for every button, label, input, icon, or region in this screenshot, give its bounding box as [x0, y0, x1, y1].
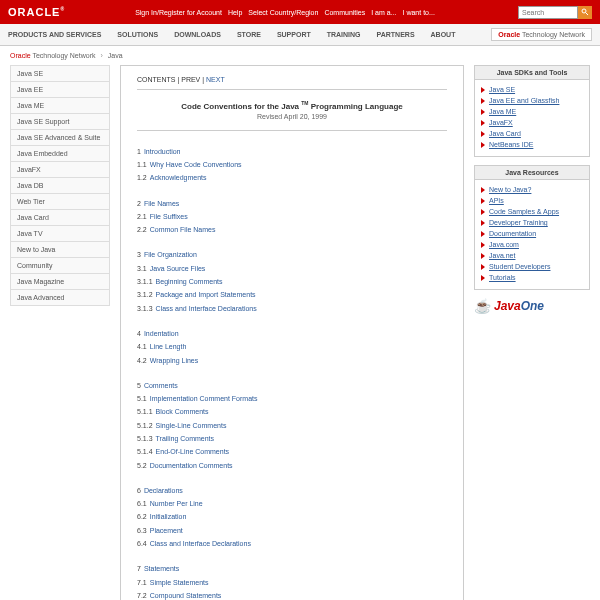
- otn-bold: Oracle: [498, 31, 520, 38]
- toc-link[interactable]: 5.1.4End-Of-Line Comments: [137, 445, 447, 458]
- toc-link[interactable]: 3.1.2Package and Import Statements: [137, 288, 447, 301]
- toc-link[interactable]: 6.4Class and Interface Declarations: [137, 537, 447, 550]
- toc-link[interactable]: 7.2Compound Statements: [137, 589, 447, 600]
- resource-label: Documentation: [489, 230, 536, 237]
- pager-next[interactable]: NEXT: [206, 76, 225, 83]
- resource-link[interactable]: Tutorials: [481, 272, 583, 283]
- toc-section-head[interactable]: 7Statements: [137, 562, 447, 575]
- resource-link[interactable]: Code Samples & Apps: [481, 206, 583, 217]
- nav-item[interactable]: SUPPORT: [277, 31, 311, 38]
- nav-item[interactable]: ABOUT: [431, 31, 456, 38]
- communities-link[interactable]: Communities: [324, 9, 365, 16]
- sidebar-item[interactable]: Java Advanced: [10, 290, 110, 306]
- iwantto-link[interactable]: I want to...: [403, 9, 435, 16]
- toc-link[interactable]: 5.2Documentation Comments: [137, 459, 447, 472]
- sidebar-item[interactable]: Java ME: [10, 98, 110, 114]
- sidebar-item[interactable]: Community: [10, 258, 110, 274]
- sidebar-item[interactable]: New to Java: [10, 242, 110, 258]
- nav-item[interactable]: TRAINING: [327, 31, 361, 38]
- javaone-one: One: [521, 299, 544, 313]
- nav-item[interactable]: PARTNERS: [377, 31, 415, 38]
- sidebar-item[interactable]: JavaFX: [10, 162, 110, 178]
- iama-link[interactable]: I am a...: [371, 9, 396, 16]
- nav-item[interactable]: DOWNLOADS: [174, 31, 221, 38]
- sidebar-item[interactable]: Java SE Advanced & Suite: [10, 130, 110, 146]
- hr-title: [137, 130, 447, 131]
- toc-link[interactable]: 3.1Java Source Files: [137, 262, 447, 275]
- toc-section-head[interactable]: 2File Names: [137, 197, 447, 210]
- coffee-cup-icon: ☕: [474, 298, 491, 314]
- oracle-logo[interactable]: ORACLE®: [8, 6, 65, 18]
- resource-link[interactable]: NetBeans IDE: [481, 139, 583, 150]
- toc-link[interactable]: 2.1File Suffixes: [137, 210, 447, 223]
- toc-link[interactable]: 6.2Initialization: [137, 510, 447, 523]
- hr-top: [137, 89, 447, 90]
- resource-label: Tutorials: [489, 274, 516, 281]
- resource-link[interactable]: Documentation: [481, 228, 583, 239]
- resource-link[interactable]: APIs: [481, 195, 583, 206]
- toc-section-head[interactable]: 4Indentation: [137, 327, 447, 340]
- toc-link[interactable]: 3.1.3Class and Interface Declarations: [137, 302, 447, 315]
- global-header: ORACLE® Sign In/Register for Account Hel…: [0, 0, 600, 24]
- sidebar-item[interactable]: Java SE: [10, 65, 110, 82]
- arrow-icon: [481, 253, 485, 259]
- javaone-logo[interactable]: ☕ JavaOne: [474, 298, 590, 314]
- sidebar-item[interactable]: Java SE Support: [10, 114, 110, 130]
- arrow-icon: [481, 209, 485, 215]
- sidebar-item[interactable]: Java DB: [10, 178, 110, 194]
- crumb-current: Java: [108, 52, 123, 59]
- toc-link[interactable]: 5.1.1Block Comments: [137, 405, 447, 418]
- resource-link[interactable]: JavaFX: [481, 117, 583, 128]
- toc-link[interactable]: 1.1Why Have Code Conventions: [137, 158, 447, 171]
- help-link[interactable]: Help: [228, 9, 242, 16]
- resource-link[interactable]: Java Card: [481, 128, 583, 139]
- main-content: CONTENTS | PREV | NEXT Code Conventions …: [120, 65, 464, 600]
- nav-item[interactable]: SOLUTIONS: [117, 31, 158, 38]
- crumb-tn[interactable]: Technology Network: [32, 52, 95, 59]
- sidebar-item[interactable]: Java EE: [10, 82, 110, 98]
- resource-link[interactable]: Java.net: [481, 250, 583, 261]
- toc-link[interactable]: 1.2Acknowledgments: [137, 171, 447, 184]
- signin-link[interactable]: Sign In/Register for Account: [135, 9, 222, 16]
- resource-link[interactable]: Developer Training: [481, 217, 583, 228]
- arrow-icon: [481, 98, 485, 104]
- toc-link[interactable]: 6.1Number Per Line: [137, 497, 447, 510]
- crumb-oracle[interactable]: Oracle: [10, 52, 31, 59]
- toc-link[interactable]: 4.1Line Length: [137, 340, 447, 353]
- toc-link[interactable]: 7.1Simple Statements: [137, 576, 447, 589]
- resource-link[interactable]: Java ME: [481, 106, 583, 117]
- nav-item[interactable]: STORE: [237, 31, 261, 38]
- nav-item[interactable]: PRODUCTS AND SERVICES: [8, 31, 101, 38]
- country-link[interactable]: Select Country/Region: [248, 9, 318, 16]
- resource-link[interactable]: Java SE: [481, 84, 583, 95]
- tm-mark: TM: [301, 100, 308, 106]
- toc-link[interactable]: 3.1.1Beginning Comments: [137, 275, 447, 288]
- toc-link[interactable]: 4.2Wrapping Lines: [137, 354, 447, 367]
- toc-link[interactable]: 5.1.3Trailing Comments: [137, 432, 447, 445]
- toc-section-head[interactable]: 5Comments: [137, 379, 447, 392]
- resource-label: Java.net: [489, 252, 515, 259]
- resource-link[interactable]: New to Java?: [481, 184, 583, 195]
- sidebar-item[interactable]: Java Card: [10, 210, 110, 226]
- resource-link[interactable]: Java.com: [481, 239, 583, 250]
- toc-link[interactable]: 6.3Placement: [137, 524, 447, 537]
- toc-section-head[interactable]: 1Introduction: [137, 145, 447, 158]
- search-input[interactable]: [518, 6, 578, 19]
- breadcrumb: Oracle Technology Network › Java: [0, 46, 600, 65]
- toc-section-head[interactable]: 6Declarations: [137, 484, 447, 497]
- resource-link[interactable]: Student Developers: [481, 261, 583, 272]
- sidebar-item[interactable]: Java Embedded: [10, 146, 110, 162]
- sidebar-item[interactable]: Java TV: [10, 226, 110, 242]
- otn-link[interactable]: Oracle Technology Network: [491, 28, 592, 41]
- resource-link[interactable]: Java EE and Glassfish: [481, 95, 583, 106]
- toc-section-head[interactable]: 3File Organization: [137, 248, 447, 261]
- toc-link[interactable]: 5.1Implementation Comment Formats: [137, 392, 447, 405]
- toc-link[interactable]: 5.1.2Single-Line Comments: [137, 419, 447, 432]
- toc-link[interactable]: 2.2Common File Names: [137, 223, 447, 236]
- search-button[interactable]: [578, 6, 592, 19]
- toc-section: 4Indentation4.1Line Length4.2Wrapping Li…: [137, 327, 447, 367]
- javaone-java: Java: [494, 299, 521, 313]
- resource-label: Code Samples & Apps: [489, 208, 559, 215]
- sidebar-item[interactable]: Java Magazine: [10, 274, 110, 290]
- sidebar-item[interactable]: Web Tier: [10, 194, 110, 210]
